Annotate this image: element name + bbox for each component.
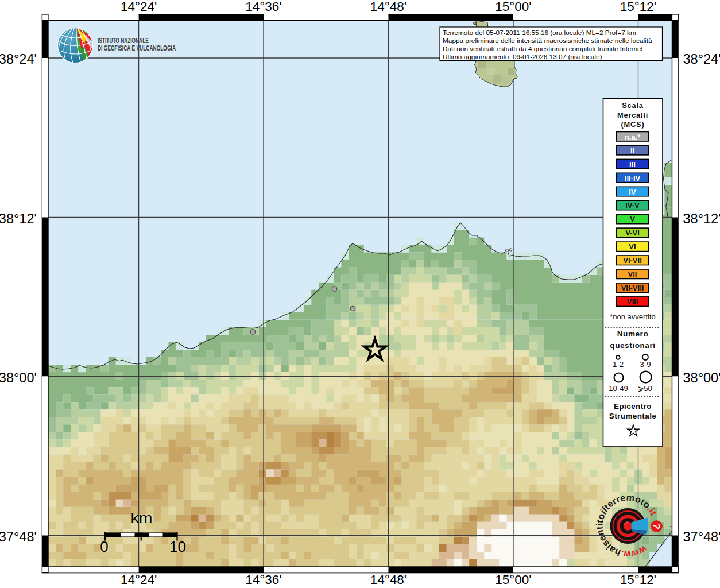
svg-text:III-IV: III-IV xyxy=(625,174,641,183)
svg-text:IV: IV xyxy=(629,188,636,196)
svg-text:Strumentale: Strumentale xyxy=(609,412,657,420)
svg-text:VII-VIII: VII-VIII xyxy=(621,284,644,292)
svg-text:questionari: questionari xyxy=(610,341,655,350)
svg-text:14°24': 14°24' xyxy=(121,572,157,587)
svg-text:⩾50: ⩾50 xyxy=(637,384,652,393)
svg-text:14°48': 14°48' xyxy=(370,572,407,587)
svg-text:Ultimo aggiornamento: 09-01-20: Ultimo aggiornamento: 09-01-2026 13:07 (… xyxy=(443,53,602,61)
svg-text:10-49: 10-49 xyxy=(609,384,628,393)
svg-text:38°24': 38°24' xyxy=(683,52,720,67)
svg-text:Mercalli: Mercalli xyxy=(617,111,648,119)
svg-text:38°00': 38°00' xyxy=(683,370,720,385)
svg-text:VII: VII xyxy=(628,270,637,278)
svg-text:*non avvertito: *non avvertito xyxy=(610,312,656,321)
svg-text:Mappa preliminare delle intens: Mappa preliminare delle intensità macros… xyxy=(443,37,652,45)
svg-text:Terremoto del 05-07-2011 16:55: Terremoto del 05-07-2011 16:55:16 (ora l… xyxy=(443,29,636,37)
svg-text:14°36': 14°36' xyxy=(245,0,281,14)
svg-text:ISTITUTO NAZIONALE: ISTITUTO NAZIONALE xyxy=(98,36,149,44)
svg-text:15°00': 15°00' xyxy=(495,572,531,587)
svg-text:15°12': 15°12' xyxy=(620,0,656,14)
svg-text:VI: VI xyxy=(629,242,636,251)
svg-text:V: V xyxy=(630,215,635,223)
svg-text:II: II xyxy=(630,146,634,155)
svg-text:15°12': 15°12' xyxy=(620,572,656,587)
svg-text:VI-VII: VI-VII xyxy=(623,256,642,265)
svg-text:Epicentro: Epicentro xyxy=(614,402,652,411)
svg-text:14°36': 14°36' xyxy=(245,572,281,587)
svg-text:38°24': 38°24' xyxy=(0,52,37,67)
svg-text:1-2: 1-2 xyxy=(613,360,624,369)
svg-text:n.a.*: n.a.* xyxy=(625,133,641,141)
svg-text:37°48': 37°48' xyxy=(0,529,37,544)
svg-text:Dati non verificati estratti d: Dati non verificati estratti da 4 questi… xyxy=(443,45,645,53)
svg-text:km: km xyxy=(131,510,153,525)
svg-text:DI GEOFISICA E VULCANOLOGIA: DI GEOFISICA E VULCANOLOGIA xyxy=(98,44,176,52)
svg-text:14°24': 14°24' xyxy=(121,0,157,14)
svg-text:V-VI: V-VI xyxy=(625,229,640,237)
svg-text:38°00': 38°00' xyxy=(0,370,37,385)
svg-text:0: 0 xyxy=(100,538,108,555)
svg-text:37°48': 37°48' xyxy=(683,529,720,544)
svg-text:14°48': 14°48' xyxy=(370,0,407,14)
svg-text:Scala: Scala xyxy=(622,101,644,110)
svg-text:3-9: 3-9 xyxy=(640,360,651,369)
svg-text:IV-V: IV-V xyxy=(625,201,640,210)
svg-text:VIII: VIII xyxy=(627,297,638,306)
svg-text:38°12': 38°12' xyxy=(683,211,720,226)
svg-text:Numero: Numero xyxy=(617,330,649,338)
svg-text:III: III xyxy=(629,160,636,169)
svg-text:38°12': 38°12' xyxy=(0,211,37,226)
svg-text:15°00': 15°00' xyxy=(495,0,531,14)
svg-text:(MCS): (MCS) xyxy=(621,120,645,129)
svg-text:10: 10 xyxy=(169,538,186,555)
